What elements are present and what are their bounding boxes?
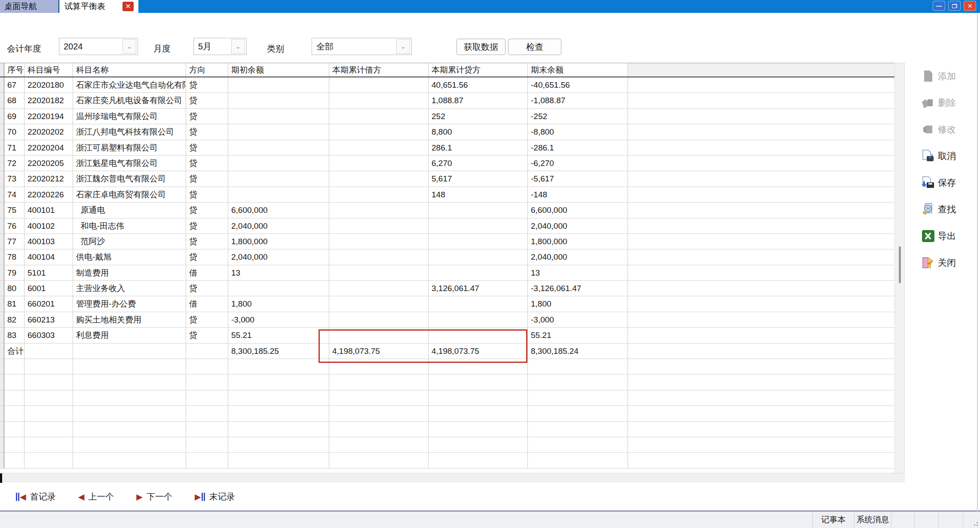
column-header[interactable]: 科目编号 [24, 63, 73, 77]
row-selector[interactable] [0, 93, 4, 108]
table-row[interactable]: 795101制造费用借1313 [0, 265, 894, 281]
status-notepad[interactable]: 记事本 [812, 512, 854, 528]
column-header[interactable]: 方向 [186, 63, 228, 77]
category-select[interactable]: 全部 ⌄ [312, 38, 412, 55]
column-header[interactable]: 科目名称 [73, 63, 186, 77]
table-cell [429, 296, 528, 312]
row-selector[interactable] [0, 140, 4, 156]
modify-button: 修改 [921, 121, 956, 138]
table-row[interactable] [0, 437, 894, 453]
table-row[interactable]: 7122020204浙江可易塑料有限公司贷286.1-286.1 [0, 140, 894, 156]
table-row[interactable]: 7222020205浙江魁星电气有限公司贷6,270-6,270 [0, 156, 894, 171]
status-system-messages[interactable]: 系统消息 [854, 512, 891, 528]
row-selector[interactable] [0, 124, 4, 140]
table-row[interactable]: 81660201管理费用-办公费借1,8001,800 [0, 296, 894, 312]
row-selector[interactable] [0, 390, 4, 406]
table-row[interactable]: 77400103 范阿沙贷1,800,0001,800,000 [0, 234, 894, 249]
table-cell: 22020205 [24, 156, 73, 171]
table-row[interactable]: 6922020194温州珍瑞电气有限公司贷252-252 [0, 109, 894, 124]
fiscal-year-select[interactable]: 2024 ⌄ [59, 38, 138, 55]
row-selector[interactable] [0, 109, 4, 124]
table-row[interactable] [0, 375, 894, 390]
column-header[interactable]: 期末余额 [528, 63, 628, 77]
month-value: 5月 [194, 41, 231, 52]
table-cell: 贷 [186, 171, 228, 187]
row-selector[interactable] [0, 63, 4, 77]
row-selector[interactable] [0, 77, 4, 93]
table-cell: -3,000 [528, 312, 628, 328]
row-selector[interactable] [0, 171, 4, 187]
chevron-down-icon[interactable]: ⌄ [231, 39, 245, 54]
row-selector[interactable] [0, 203, 4, 218]
table-row[interactable] [0, 453, 894, 468]
table-row[interactable]: 76400102 和电-田志伟贷2,040,0002,040,000 [0, 218, 894, 234]
table-row[interactable] [0, 406, 894, 421]
row-selector[interactable] [0, 422, 4, 437]
column-header[interactable]: 本期累计借方 [329, 63, 429, 77]
export-button[interactable]: 导出 [921, 228, 956, 244]
row-selector[interactable] [0, 265, 4, 281]
table-row[interactable]: 806001主营业务收入贷3,126,061.47-3,126,061.47 [0, 281, 894, 296]
tab-close-icon[interactable]: ✕ [122, 2, 134, 11]
check-button[interactable]: 检查 [508, 39, 561, 55]
table-row[interactable] [0, 422, 894, 437]
close-icon[interactable]: ✕ [964, 1, 976, 11]
row-selector[interactable] [0, 375, 4, 390]
row-selector[interactable] [0, 281, 4, 296]
row-selector[interactable] [0, 187, 4, 203]
find-icon: H [921, 203, 935, 216]
table-row[interactable]: 7022020202浙江八邦电气科技有限公司贷8,800-8,800 [0, 124, 894, 140]
vertical-scrollbar[interactable] [894, 63, 905, 474]
table-row[interactable]: 82660213购买土地相关费用贷-3,000-3,000 [0, 312, 894, 328]
table-row[interactable]: 7422020226石家庄卓电商贸有限公司贷148-148 [0, 187, 894, 203]
chevron-down-icon[interactable]: ⌄ [122, 39, 136, 54]
horizontal-scrollbar[interactable] [0, 473, 905, 482]
previous-record-button[interactable]: ◀ 上一个 [78, 491, 114, 503]
row-selector[interactable] [0, 312, 4, 328]
row-selector[interactable] [0, 218, 4, 234]
row-selector[interactable] [0, 359, 4, 375]
row-selector[interactable] [0, 453, 4, 468]
table-row[interactable]: 7322020212浙江魏尔普电气有限公司贷5,617-5,617 [0, 171, 894, 187]
row-selector[interactable] [0, 234, 4, 249]
table-row[interactable] [0, 390, 894, 406]
last-record-button[interactable]: ▶ 末记录 [195, 491, 235, 503]
restore-icon[interactable] [948, 1, 961, 11]
filler-cell [628, 124, 894, 140]
row-selector[interactable] [0, 296, 4, 312]
table-row[interactable]: 6722020180石家庄市众业达电气自动化有限公贷40,651.56-40,6… [0, 77, 894, 93]
find-button[interactable]: H 查找 [921, 201, 956, 218]
chevron-down-icon[interactable]: ⌄ [396, 39, 410, 54]
row-selector[interactable] [0, 437, 4, 453]
table-cell: 贷 [186, 203, 228, 218]
row-selector[interactable] [0, 156, 4, 171]
save-button[interactable]: 保存 [921, 175, 956, 191]
column-header[interactable]: 序号 [4, 63, 24, 77]
next-record-button[interactable]: ▶ 下一个 [136, 491, 172, 503]
table-row[interactable]: 78400104供电-戴旭贷2,040,0002,040,000 [0, 249, 894, 265]
horizontal-scrollbar-thumb[interactable] [0, 473, 2, 483]
row-selector[interactable] [0, 328, 4, 343]
table-cell: 82 [4, 312, 24, 328]
tab-desktop-navigation[interactable]: 桌面导航 [0, 0, 58, 13]
table-cell [429, 375, 528, 390]
fetch-data-button[interactable]: 获取数据 [456, 39, 505, 55]
minimize-icon[interactable]: — [933, 1, 945, 11]
month-select[interactable]: 5月 ⌄ [193, 38, 247, 55]
column-header[interactable]: 本期累计贷方 [429, 63, 528, 77]
first-record-button[interactable]: ◀ 首记录 [15, 491, 56, 503]
row-selector[interactable] [0, 406, 4, 421]
table-cell: 79 [4, 265, 24, 281]
table-row[interactable]: 6822020182石家庄奕凡机电设备有限公司贷1,088.87-1,088.8… [0, 93, 894, 108]
column-header[interactable]: 期初余额 [228, 63, 329, 77]
table-row[interactable]: 75400101 原通电贷6,600,0006,600,000 [0, 203, 894, 218]
vertical-scrollbar-thumb[interactable] [899, 246, 901, 283]
filler-cell [628, 109, 894, 124]
row-selector[interactable] [0, 249, 4, 265]
resize-grip-icon[interactable] [963, 512, 980, 528]
cancel-button[interactable]: 取消 [921, 148, 956, 164]
close-form-button[interactable]: 关闭 [921, 255, 956, 271]
table-cell [4, 359, 24, 375]
table-cell [228, 453, 329, 468]
row-selector[interactable] [0, 344, 4, 359]
